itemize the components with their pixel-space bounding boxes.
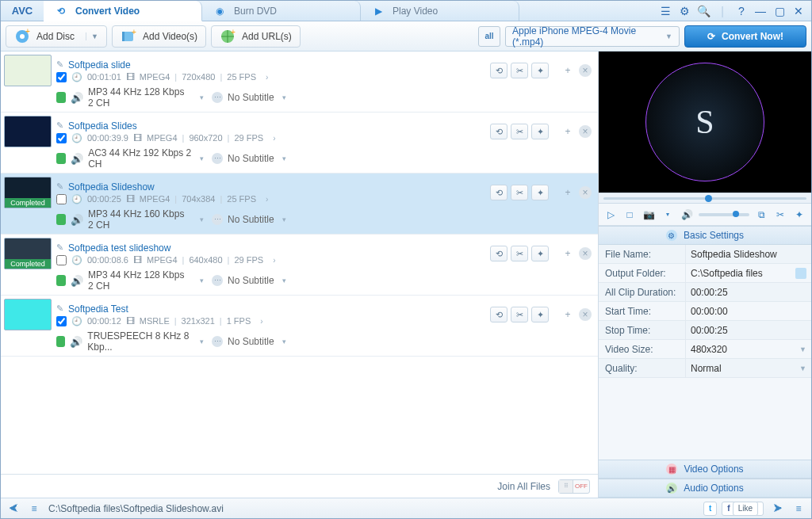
- twitter-button[interactable]: t: [703, 502, 717, 516]
- add-item-button[interactable]: +: [561, 125, 574, 138]
- remove-item-button[interactable]: ×: [579, 64, 592, 77]
- browse-folder-icon[interactable]: [795, 268, 806, 279]
- file-item[interactable]: ✎Softpedia Slides🕘00:00:39.9🎞MPEG4|960x7…: [1, 113, 598, 174]
- effects-button[interactable]: ✦: [531, 185, 549, 200]
- trim-button[interactable]: ✂: [511, 246, 528, 261]
- effects-button[interactable]: ✦: [531, 307, 549, 322]
- remove-item-button[interactable]: ×: [579, 125, 592, 138]
- effects-button[interactable]: ✦: [531, 246, 549, 261]
- start-time-field[interactable]: 00:00:00: [686, 302, 811, 320]
- prev-file-button[interactable]: ⮜: [7, 502, 20, 515]
- edit-icon[interactable]: ✎: [56, 59, 63, 70]
- remove-item-button[interactable]: ×: [579, 186, 592, 199]
- audio-dropdown[interactable]: ▾: [197, 277, 207, 284]
- subtitle-dropdown[interactable]: ▾: [279, 93, 289, 101]
- add-item-button[interactable]: +: [561, 247, 574, 260]
- video-options-header[interactable]: ▦ Video Options: [599, 460, 811, 479]
- next-file-button[interactable]: ⮞: [772, 502, 784, 515]
- preview-thumbnail: S: [645, 63, 764, 181]
- effects-button[interactable]: ✦: [531, 124, 549, 139]
- audio-options-header[interactable]: 🔊 Audio Options: [599, 479, 811, 498]
- snapshot-dropdown[interactable]: ▾: [661, 208, 675, 222]
- cut-button[interactable]: ✂: [773, 208, 787, 222]
- file-item[interactable]: ✎Softpedia test slideshow🕘00:00:08.6🎞MPE…: [1, 235, 598, 296]
- effects-button[interactable]: ✦: [531, 63, 549, 78]
- edit-icon[interactable]: ✎: [56, 120, 63, 131]
- collapse-icon[interactable]: ≡: [792, 502, 805, 515]
- audio-dropdown[interactable]: ▾: [197, 338, 207, 345]
- audio-dropdown[interactable]: ▾: [197, 155, 207, 162]
- resolution: 321x321: [182, 316, 215, 326]
- help-icon[interactable]: ?: [735, 5, 748, 17]
- profile-category-button[interactable]: all: [478, 26, 500, 47]
- expand-icon[interactable]: ›: [255, 317, 267, 326]
- subtitle-dropdown[interactable]: ▾: [279, 338, 289, 345]
- seek-bar[interactable]: [599, 193, 811, 204]
- repeat-button[interactable]: ⟲: [490, 185, 508, 200]
- add-item-button[interactable]: +: [561, 308, 574, 321]
- file-name-field[interactable]: Softpedia Slideshow: [686, 245, 811, 263]
- file-item[interactable]: ✎Softpedia Test🕘00:00:12🎞MSRLE|321x321|1…: [1, 296, 598, 357]
- expand-icon[interactable]: ›: [261, 195, 273, 204]
- add-item-button[interactable]: +: [561, 64, 574, 77]
- add-item-button[interactable]: +: [561, 186, 574, 199]
- video-size-select[interactable]: 480x320▼: [686, 340, 811, 358]
- effects-button[interactable]: ✦: [792, 208, 806, 222]
- repeat-button[interactable]: ⟲: [490, 307, 508, 322]
- remove-item-button[interactable]: ×: [579, 308, 592, 321]
- add-disc-button[interactable]: + Add Disc ▼: [6, 25, 107, 48]
- gear-icon[interactable]: ⚙: [678, 5, 691, 17]
- file-checkbox[interactable]: [56, 316, 67, 326]
- close-icon[interactable]: ✕: [792, 5, 805, 17]
- play-button[interactable]: ▷: [603, 208, 618, 222]
- stop-button[interactable]: □: [622, 208, 637, 222]
- output-folder-field[interactable]: C:\Softpedia files: [686, 264, 811, 282]
- snapshot-button[interactable]: 📷: [642, 208, 656, 222]
- tab-burn-dvd[interactable]: ◉ Burn DVD: [202, 1, 361, 21]
- expand-icon[interactable]: ›: [261, 73, 273, 82]
- mute-button[interactable]: 🔊: [680, 208, 694, 222]
- tab-play-video[interactable]: ▶ Play Video: [361, 1, 519, 21]
- subtitle-dropdown[interactable]: ▾: [279, 155, 289, 162]
- stop-time-field[interactable]: 00:00:25: [686, 321, 811, 339]
- maximize-icon[interactable]: ▢: [773, 5, 786, 17]
- subtitle-dropdown[interactable]: ▾: [279, 216, 289, 223]
- quality-select[interactable]: Normal▼: [686, 359, 811, 377]
- repeat-button[interactable]: ⟲: [490, 124, 508, 139]
- trim-button[interactable]: ✂: [511, 63, 528, 78]
- expand-icon[interactable]: ›: [268, 134, 280, 143]
- edit-icon[interactable]: ✎: [56, 303, 63, 314]
- trim-button[interactable]: ✂: [511, 124, 528, 139]
- file-checkbox[interactable]: [56, 194, 67, 204]
- file-item[interactable]: ✎Softpedia slide🕘00:01:01🎞MPEG4|720x480|…: [1, 52, 598, 113]
- subtitle-dropdown[interactable]: ▾: [279, 277, 289, 284]
- file-checkbox[interactable]: [56, 72, 67, 82]
- audio-dropdown[interactable]: ▾: [197, 216, 207, 223]
- file-checkbox[interactable]: [56, 133, 67, 143]
- menu-icon[interactable]: ☰: [659, 5, 672, 17]
- expand-icon[interactable]: ›: [268, 256, 280, 265]
- add-urls-button[interactable]: + Add URL(s): [211, 25, 301, 48]
- edit-icon[interactable]: ✎: [56, 181, 63, 192]
- minimize-icon[interactable]: —: [754, 5, 767, 17]
- chevron-down-icon[interactable]: ▼: [86, 32, 98, 40]
- basic-settings-header[interactable]: ⚙ Basic Settings: [599, 226, 811, 245]
- join-all-files-toggle[interactable]: ⠿ OFF: [558, 479, 590, 494]
- convert-now-button[interactable]: ⟳ Convert Now!: [684, 25, 806, 48]
- file-checkbox[interactable]: [56, 255, 67, 265]
- repeat-button[interactable]: ⟲: [490, 246, 508, 261]
- remove-item-button[interactable]: ×: [579, 247, 592, 260]
- output-profile-select[interactable]: Apple iPhone MPEG-4 Movie (*.mp4) ▼: [505, 26, 680, 47]
- tab-convert-video[interactable]: ⟲ Convert Video: [44, 1, 202, 21]
- trim-button[interactable]: ✂: [511, 307, 528, 322]
- audio-dropdown[interactable]: ▾: [197, 93, 207, 101]
- repeat-button[interactable]: ⟲: [490, 63, 508, 78]
- clip-button[interactable]: ⧉: [754, 208, 768, 222]
- facebook-like-button[interactable]: fLike: [722, 502, 764, 516]
- volume-slider[interactable]: [699, 213, 749, 216]
- edit-icon[interactable]: ✎: [56, 242, 63, 253]
- add-videos-button[interactable]: + Add Video(s): [112, 25, 206, 48]
- search-icon[interactable]: 🔍: [697, 5, 710, 17]
- trim-button[interactable]: ✂: [511, 185, 528, 200]
- file-item[interactable]: ✎Softpedia Slideshow🕘00:00:25🎞MPEG4|704x…: [1, 174, 598, 235]
